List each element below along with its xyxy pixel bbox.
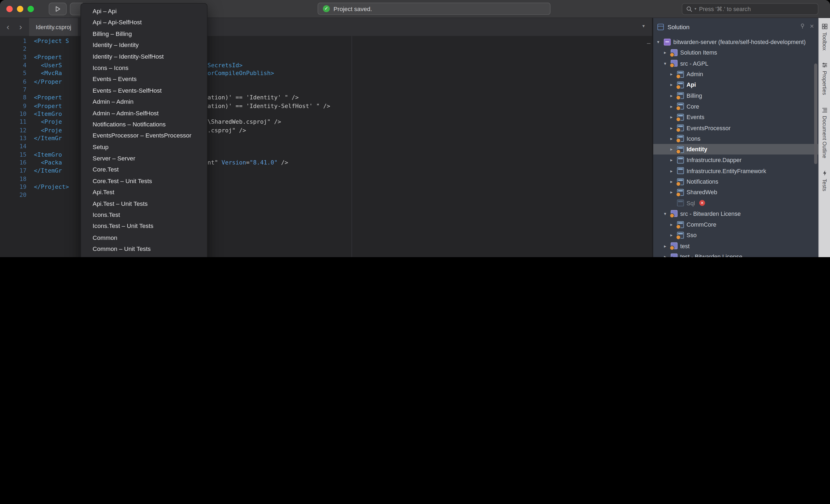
expander-icon[interactable]: ▸ <box>668 136 674 141</box>
solution-tree-item[interactable]: ▾src - AGPL <box>653 58 819 69</box>
solution-tree-item[interactable]: ▸Events <box>653 112 819 123</box>
fold-indicator[interactable]: – <box>647 39 650 46</box>
run-config-menu-item[interactable]: Api.Test <box>81 187 207 198</box>
run-config-menu-item[interactable]: Server – Server <box>81 153 207 164</box>
proj-icon <box>677 124 684 131</box>
tree-item-label: Identity <box>687 146 707 153</box>
run-config-menu-item[interactable]: Icons.Test – Unit Tests <box>81 221 207 232</box>
run-config-menu-item[interactable]: Admin – Admin-SelfHost <box>81 108 207 119</box>
run-config-menu-item[interactable]: Identity – Identity-SelfHost <box>81 51 207 62</box>
line-number: 17 <box>0 167 27 175</box>
line-number: 19 <box>0 183 27 191</box>
expander-icon[interactable]: ▾ <box>662 211 668 216</box>
projplain-icon <box>677 167 684 174</box>
expander-icon[interactable]: ▸ <box>668 158 674 163</box>
search-placeholder: Press '⌘.' to search <box>699 6 751 12</box>
editor-tab[interactable]: Identity.csproj <box>29 18 78 36</box>
solution-tree-item[interactable]: ▸Solution Items <box>653 47 819 58</box>
search-input[interactable]: ▾ Press '⌘.' to search <box>682 3 818 15</box>
solution-tree-item[interactable]: ▸test - Bitwarden License <box>653 251 819 257</box>
navigate-back-button[interactable]: ‹ <box>3 21 13 33</box>
expander-icon[interactable]: ▾ <box>662 61 668 66</box>
solution-tree-item[interactable]: ▸test <box>653 241 819 251</box>
right-dock: Toolbox Properties Document Outline Test… <box>819 18 830 257</box>
expander-icon[interactable]: ▸ <box>668 190 674 195</box>
run-config-menu-item[interactable]: Events – Events <box>81 74 207 85</box>
solution-tree-item[interactable]: ▸Notifications <box>653 176 819 187</box>
dock-tab-toolbox[interactable]: Toolbox <box>821 23 828 51</box>
tree-item-label: Api <box>687 81 696 88</box>
run-config-menu-item[interactable]: Identity – Identity <box>81 40 207 51</box>
proj-icon <box>677 135 684 142</box>
solution-tree-item[interactable]: ▸Icons <box>653 133 819 144</box>
pin-icon[interactable] <box>799 23 806 29</box>
run-config-menu-item[interactable]: Setup <box>81 141 207 153</box>
run-config-menu-item[interactable]: Api – Api-SelfHost <box>81 17 207 28</box>
run-config-menu-item[interactable]: Core.Test <box>81 164 207 175</box>
run-config-menu-item[interactable]: Common <box>81 232 207 244</box>
expander-icon[interactable]: ▸ <box>668 104 674 109</box>
run-config-menu-item[interactable]: Notifications – Notifications <box>81 119 207 130</box>
proj-icon <box>677 232 684 238</box>
run-button[interactable] <box>49 3 67 15</box>
run-config-menu-item[interactable]: Api – Api <box>81 6 207 17</box>
solution-tree-item[interactable]: ▸SharedWeb <box>653 187 819 198</box>
run-config-menu-item[interactable]: Core.Test – Unit Tests <box>81 175 207 187</box>
solution-tree-item[interactable]: ▸Admin <box>653 69 819 79</box>
zoom-window-button[interactable] <box>28 6 34 12</box>
solution-tree-item[interactable]: Sql✕ <box>653 198 819 208</box>
tab-list-chevron-icon[interactable]: ▾ <box>642 23 645 29</box>
tree-item-label: Solution Items <box>680 49 717 56</box>
solution-vertical-scrollbar[interactable] <box>814 64 817 164</box>
expander-icon[interactable]: ▾ <box>655 39 661 44</box>
expander-icon[interactable]: ▸ <box>668 222 674 227</box>
dock-tab-label: Properties <box>822 71 828 95</box>
tree-item-label: test - Bitwarden License <box>680 254 742 257</box>
solution-tree-item[interactable]: ▸Identity <box>653 144 819 155</box>
solution-tree-item[interactable]: ▸Billing <box>653 90 819 101</box>
solution-tree-item[interactable]: ▸Sso <box>653 230 819 241</box>
run-config-menu-item[interactable]: Api.Test – Unit Tests <box>81 198 207 210</box>
solution-tree-item[interactable]: ▸Infrastructure.EntityFramework <box>653 165 819 176</box>
run-config-menu-item[interactable]: Billing – Billing <box>81 28 207 40</box>
dock-tab-label: Document Outline <box>822 116 828 158</box>
solution-pad-header: Solution ✕ <box>653 18 819 36</box>
run-config-menu-item[interactable]: Billing.Test <box>81 255 207 257</box>
expander-icon[interactable]: ▸ <box>668 233 674 238</box>
expander-icon[interactable]: ▸ <box>662 243 668 249</box>
run-config-menu-item[interactable]: EventsProcessor – EventsProcessor <box>81 130 207 142</box>
expander-icon[interactable]: ▸ <box>668 93 674 98</box>
solution-tree-item[interactable]: ▸EventsProcessor <box>653 122 819 133</box>
close-pad-icon[interactable]: ✕ <box>810 23 814 29</box>
dock-tab-document-outline[interactable]: Document Outline <box>821 107 828 158</box>
proj-icon <box>677 103 684 110</box>
run-config-menu-item[interactable]: Icons – Icons <box>81 62 207 74</box>
expander-icon[interactable]: ▸ <box>662 254 668 257</box>
dock-tab-tests[interactable]: Tests <box>821 170 828 191</box>
run-config-menu-item[interactable]: Common – Unit Tests <box>81 244 207 255</box>
solution-tree-item[interactable]: ▾bitwarden-server (feature/self-hosted-d… <box>653 36 819 47</box>
close-window-button[interactable] <box>6 6 13 12</box>
expander-icon[interactable]: ▸ <box>668 179 674 184</box>
dock-tab-properties[interactable]: Properties <box>821 62 828 95</box>
run-config-menu-item[interactable]: Events – Events-SelfHost <box>81 85 207 96</box>
expander-icon[interactable]: ▸ <box>668 72 674 77</box>
minimize-window-button[interactable] <box>17 6 24 12</box>
expander-icon[interactable]: ▸ <box>662 50 668 55</box>
navigate-forward-button[interactable]: › <box>16 21 25 33</box>
solution-tree-item[interactable]: ▾src - Bitwarden License <box>653 208 819 219</box>
solution-tree-item[interactable]: ▸Api <box>653 79 819 90</box>
expander-icon[interactable]: ▸ <box>668 125 674 130</box>
expander-icon[interactable]: ▸ <box>668 114 674 120</box>
solution-tree-item[interactable]: ▸Core <box>653 101 819 112</box>
expander-icon[interactable]: ▸ <box>668 168 674 173</box>
run-config-menu-item[interactable]: Icons.Test <box>81 210 207 221</box>
expander-icon[interactable]: ▸ <box>668 147 674 152</box>
solution-tree-item[interactable]: ▸Infrastructure.Dapper <box>653 155 819 166</box>
proj-icon <box>677 189 684 196</box>
tree-item-label: Events <box>687 114 704 121</box>
run-config-menu-item[interactable]: Admin – Admin <box>81 96 207 108</box>
tree-item-label: test <box>680 243 690 249</box>
solution-tree-item[interactable]: ▸CommCore <box>653 219 819 230</box>
expander-icon[interactable]: ▸ <box>668 82 674 88</box>
